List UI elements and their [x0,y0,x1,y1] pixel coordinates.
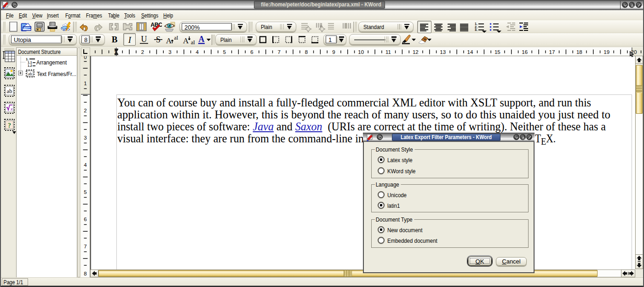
svg-text:1.1: 1.1 [28,61,32,64]
svg-text:3: 3 [84,135,86,141]
svg-text:x: x [10,106,13,111]
svg-text:8: 8 [305,49,308,55]
svg-text:1.2: 1.2 [28,64,32,67]
svg-text:aI: aI [174,35,178,41]
svg-text:U: U [141,35,147,44]
svg-text:A: A [199,35,205,44]
svg-text:16: 16 [522,49,528,55]
svg-text:aI: aI [191,40,195,45]
svg-text:18: 18 [576,49,582,55]
svg-text:19: 19 [604,49,610,55]
svg-text:5: 5 [223,49,226,55]
svg-text:15: 15 [494,49,500,55]
svg-text:B: B [112,35,118,44]
svg-text:8: 8 [84,271,86,276]
svg-text:?: ? [8,122,11,129]
svg-text:0: 0 [84,56,86,60]
svg-text:13: 13 [440,49,446,55]
svg-text:4: 4 [84,162,87,168]
svg-text:6: 6 [250,49,253,55]
svg-text:A: A [166,36,172,45]
svg-text:A: A [183,36,189,45]
svg-text:6: 6 [84,217,86,222]
svg-text:I: I [128,35,132,45]
svg-text:2: 2 [141,49,144,55]
svg-text:ab: ab [28,71,32,76]
svg-text:4: 4 [196,49,199,55]
svg-text:2: 2 [84,108,86,113]
svg-text:11: 11 [385,49,391,55]
svg-text:7: 7 [84,244,86,249]
svg-text:10: 10 [358,49,364,55]
svg-text:12: 12 [413,49,419,55]
svg-text:5: 5 [84,189,86,195]
svg-text:14: 14 [467,49,473,55]
svg-text:ab: ab [7,88,12,94]
svg-text:3: 3 [168,49,171,55]
svg-text:3.: 3. [475,28,477,31]
svg-text:9: 9 [332,49,335,55]
svg-text:1: 1 [84,81,86,86]
svg-text:17: 17 [549,49,555,55]
svg-text:7: 7 [278,49,281,55]
